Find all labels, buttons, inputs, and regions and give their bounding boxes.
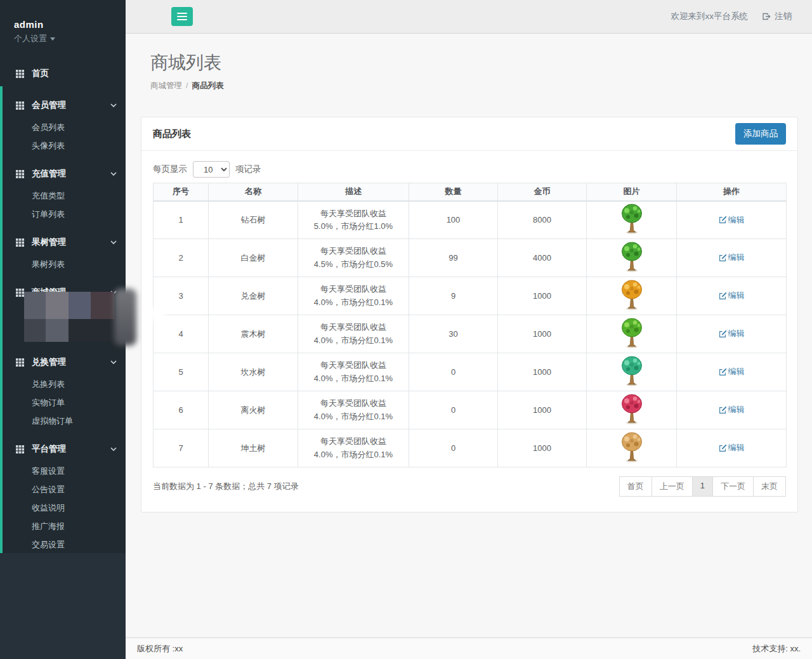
table-row: 2白金树每天享受团队收益4.5%，市场分红0.5%994000 编辑 (154, 239, 787, 277)
sidebar-section-header-4[interactable]: 兑换管理 (0, 349, 126, 375)
sidebar-subitem[interactable]: 虚拟物订单 (0, 412, 126, 430)
cell-coin: 1000 (498, 429, 587, 467)
cell-coin: 1000 (498, 353, 587, 391)
cell-name: 离火树 (209, 391, 298, 429)
username: admin (14, 19, 126, 30)
edit-icon (719, 292, 727, 300)
edit-icon (719, 368, 727, 376)
tree-image (619, 355, 645, 387)
grid-icon (16, 358, 24, 367)
logout-button[interactable]: 注销 (762, 11, 792, 22)
cell-qty: 0 (409, 429, 498, 467)
edit-button[interactable]: 编辑 (719, 442, 745, 453)
sidebar-section-5: 平台管理 客服设置公告设置收益说明推广海报交易设置 (0, 436, 126, 554)
tree-image (619, 317, 645, 349)
grid-icon (16, 445, 24, 453)
sidebar-section-header-5[interactable]: 平台管理 (0, 436, 126, 462)
cell-name: 白金树 (209, 239, 298, 277)
caret-down-icon (50, 37, 55, 41)
sidebar-subitem[interactable]: 充值类型 (0, 186, 126, 205)
tree-image (619, 203, 645, 235)
add-product-button[interactable]: 添加商品 (735, 123, 786, 145)
censored-mosaic-smudge (114, 289, 136, 346)
tree-image (619, 279, 645, 311)
edit-button[interactable]: 编辑 (719, 290, 745, 301)
sidebar-subitem[interactable]: 头像列表 (0, 136, 126, 155)
sidebar-subitem[interactable]: 订单列表 (0, 205, 126, 223)
sidebar-section-header-1[interactable]: 充值管理 (0, 161, 126, 186)
edit-icon (719, 444, 727, 452)
table-row: 1钻石树每天享受团队收益5.0%，市场分红1.0%1008000 编辑 (154, 201, 787, 239)
profile-settings-link[interactable]: 个人设置 (14, 33, 55, 44)
cell-qty: 9 (409, 277, 498, 315)
table-row: 7坤土树每天享受团队收益4.0%，市场分红0.1%01000 编辑 (154, 429, 787, 467)
per-page-suffix: 项记录 (235, 164, 261, 175)
page-title: 商城列表 (150, 51, 812, 75)
cell-desc: 每天享受团队收益4.0%，市场分红0.1% (298, 315, 409, 353)
user-panel: admin 个人设置 (0, 0, 126, 44)
sidebar-subitem[interactable]: 客服设置 (0, 462, 126, 480)
product-list-card: 商品列表 添加商品 每页显示 10 项记录 序号名称描述数量金币图片操作 1钻石… (141, 117, 798, 512)
main-content: 商城列表 商城管理/商品列表 商品列表 添加商品 每页显示 10 项记录 序号名… (126, 34, 812, 637)
sidebar-subitem[interactable]: 会员列表 (0, 118, 126, 136)
sidebar-subitem[interactable]: 公告设置 (0, 480, 126, 499)
breadcrumb-parent[interactable]: 商城管理 (150, 81, 182, 90)
table-column-header: 名称 (209, 183, 298, 201)
cell-desc: 每天享受团队收益5.0%，市场分红1.0% (298, 201, 409, 239)
edit-icon (719, 254, 727, 262)
grid-icon (16, 289, 24, 297)
pagination-button[interactable]: 上一页 (652, 476, 693, 497)
per-page-select[interactable]: 10 (193, 161, 230, 178)
sidebar-lower-panel (0, 553, 126, 659)
sidebar-item-home[interactable]: 首页 (0, 61, 126, 86)
cell-image (587, 277, 677, 315)
cell-no: 7 (154, 429, 209, 467)
edit-button[interactable]: 编辑 (719, 214, 745, 226)
grid-icon (16, 70, 24, 78)
edit-icon (719, 216, 727, 224)
chevron-down-icon (110, 172, 117, 176)
footer: 版权所有 :xx 技术支持: xx. (126, 637, 812, 659)
cell-name: 兑金树 (209, 277, 298, 315)
table-column-header: 图片 (587, 183, 677, 201)
sidebar-subitem[interactable]: 推广海报 (0, 517, 126, 535)
pagination-page-active[interactable]: 1 (692, 476, 713, 497)
cell-qty: 100 (409, 201, 498, 239)
grid-icon (16, 170, 24, 178)
edit-icon (719, 330, 727, 338)
chevron-down-icon (110, 240, 117, 244)
hamburger-menu-button[interactable] (171, 7, 193, 26)
sidebar-subitem[interactable]: 实物订单 (0, 393, 126, 412)
sidebar-section-header-0[interactable]: 会员管理 (0, 93, 126, 118)
cell-actions: 编辑 (677, 315, 787, 353)
sidebar-accent-stripe (0, 86, 3, 553)
sidebar-subitem[interactable]: 交易设置 (0, 535, 126, 554)
sidebar-subitem[interactable]: 收益说明 (0, 499, 126, 517)
chevron-down-icon (110, 447, 117, 451)
pagination-button[interactable]: 下一页 (712, 476, 754, 497)
edit-button[interactable]: 编辑 (719, 252, 745, 263)
cell-no: 4 (154, 315, 209, 353)
per-page-prefix: 每页显示 (153, 164, 187, 175)
sidebar-subitem[interactable]: 兑换列表 (0, 375, 126, 393)
profile-settings-label: 个人设置 (14, 33, 47, 44)
cell-coin: 8000 (498, 201, 587, 239)
logout-label: 注销 (775, 11, 792, 22)
table-column-header: 数量 (409, 183, 498, 201)
cell-image (587, 239, 677, 277)
pagination-button[interactable]: 首页 (619, 476, 652, 497)
edit-button[interactable]: 编辑 (719, 366, 745, 377)
table-row: 6离火树每天享受团队收益4.0%，市场分红0.1%01000 编辑 (154, 391, 787, 429)
edit-button[interactable]: 编辑 (719, 404, 745, 415)
sidebar-section-header-2[interactable]: 果树管理 (0, 230, 126, 255)
cell-name: 坤土树 (209, 429, 298, 467)
pagination-button[interactable]: 末页 (753, 476, 786, 497)
sidebar-subitem[interactable]: 果树列表 (0, 255, 126, 273)
pagination-summary: 当前数据为 1 - 7 条数据；总共 7 项记录 (153, 481, 299, 492)
per-page-control: 每页显示 10 项记录 (153, 161, 786, 178)
edit-button[interactable]: 编辑 (719, 328, 745, 339)
sidebar-section-2: 果树管理 果树列表 (0, 230, 126, 273)
cell-image (587, 315, 677, 353)
cell-actions: 编辑 (677, 353, 787, 391)
cell-desc: 每天享受团队收益4.0%，市场分红0.1% (298, 277, 409, 315)
